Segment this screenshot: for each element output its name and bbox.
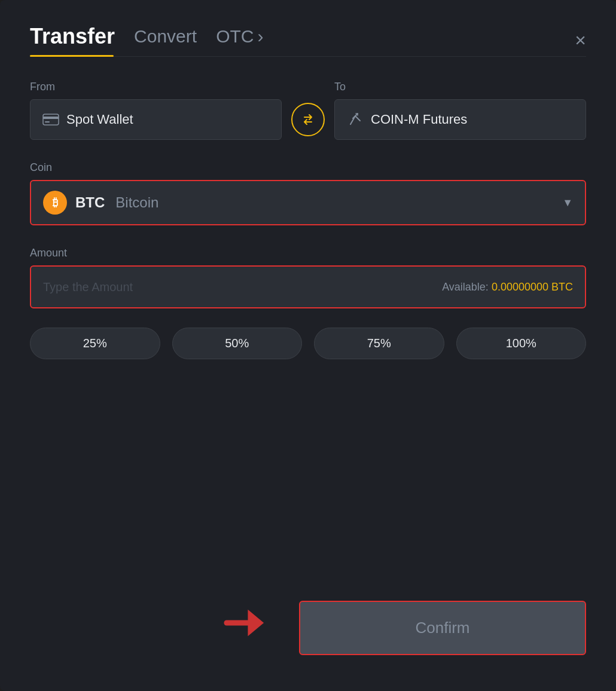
from-section: From Spot Wallet [30, 81, 282, 140]
svg-rect-2 [45, 121, 50, 123]
percent-75-button[interactable]: 75% [314, 328, 444, 359]
futures-icon [347, 112, 364, 127]
percent-100-button[interactable]: 100% [456, 328, 587, 359]
svg-rect-1 [43, 117, 59, 119]
confirm-button[interactable]: Confirm [299, 601, 586, 655]
transfer-modal: Transfer Convert OTC › × From Spot Walle… [0, 0, 616, 691]
coin-chevron-icon: ▼ [562, 197, 573, 209]
percent-50-button[interactable]: 50% [172, 328, 303, 359]
coin-selector[interactable]: ₿ BTC Bitcoin ▼ [30, 180, 586, 225]
btc-icon: ₿ [43, 191, 67, 215]
available-text: Available: 0.00000000 BTC [442, 281, 573, 293]
tab-transfer[interactable]: Transfer [30, 24, 115, 56]
to-label: To [334, 81, 586, 93]
percent-25-button[interactable]: 25% [30, 328, 160, 359]
coin-full-name: Bitcoin [115, 194, 158, 211]
card-icon [42, 114, 59, 126]
amount-section: Amount Type the Amount Available: 0.0000… [30, 247, 586, 308]
otc-chevron-icon: › [257, 26, 263, 47]
to-wallet-selector[interactable]: COIN-M Futures [334, 99, 586, 140]
active-tab-indicator [30, 55, 114, 57]
amount-input-box[interactable]: Type the Amount Available: 0.00000000 BT… [30, 265, 586, 308]
from-label: From [30, 81, 282, 93]
to-wallet-name: COIN-M Futures [371, 112, 467, 127]
available-amount: 0.00000000 BTC [492, 281, 573, 293]
from-wallet-name: Spot Wallet [66, 112, 133, 127]
tab-convert[interactable]: Convert [134, 26, 197, 54]
svg-rect-0 [43, 114, 59, 125]
percent-row: 25% 50% 75% 100% [30, 328, 586, 359]
amount-placeholder: Type the Amount [43, 280, 133, 294]
from-wallet-selector[interactable]: Spot Wallet [30, 99, 282, 140]
amount-label: Amount [30, 247, 67, 259]
to-section: To COIN-M Futures [334, 81, 586, 140]
arrow-indicator [221, 599, 269, 649]
tab-otc[interactable]: OTC › [216, 26, 263, 54]
swap-button[interactable] [291, 103, 325, 136]
coin-label: Coin [30, 161, 52, 173]
coin-section: Coin ₿ BTC Bitcoin ▼ [30, 161, 586, 225]
confirm-area: Confirm [30, 577, 586, 655]
from-to-row: From Spot Wallet To [30, 81, 586, 140]
close-button[interactable]: × [575, 30, 586, 50]
coin-symbol: BTC [75, 194, 105, 211]
